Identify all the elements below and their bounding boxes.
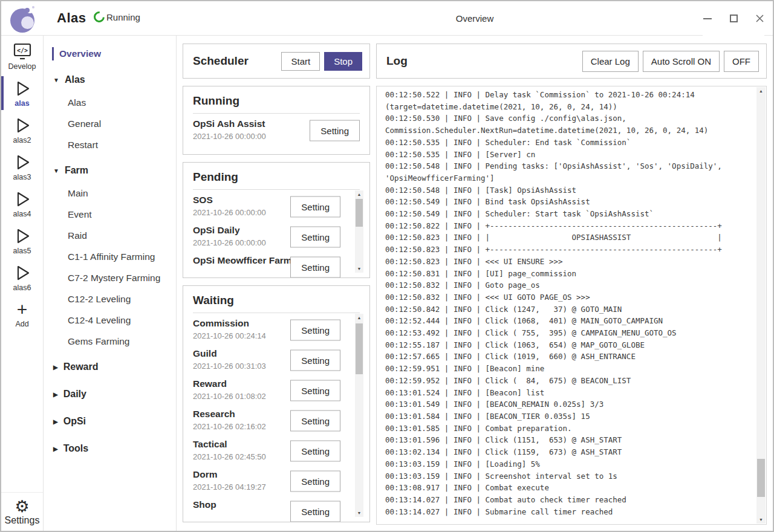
log-line: 00:13:01.596 | INFO | Click (1151, 653) … [385,434,754,446]
task-setting-button[interactable]: Setting [290,320,340,341]
side-nav: Overview ▼AlasAlasGeneralRestart▼FarmMai… [44,36,177,531]
play-icon [13,264,31,282]
nav-item-general[interactable]: General [44,113,176,134]
nav-item-alas[interactable]: Alas [44,92,176,113]
task-setting-button[interactable]: Setting [310,120,360,141]
task-setting-button[interactable]: Setting [290,441,340,462]
pending-scrollbar[interactable]: ▲ ▼ [355,190,363,273]
log-line: 00:13:14.027 | INFO | Submarine call tim… [385,506,754,518]
nav-section-alas[interactable]: ▼Alas [44,68,176,92]
nav-item-c1-1-affinity-farming[interactable]: C1-1 Affinity Farming [44,246,176,267]
waiting-scrollbar[interactable]: ▲ ▼ [355,314,363,517]
task-setting-button[interactable]: Setting [290,227,340,248]
rail-item-label: alas [15,99,29,108]
chevron-down-icon: ▼ [53,77,59,83]
scroll-down-icon[interactable]: ▼ [756,516,766,524]
rail-item-settings[interactable]: ⚙ Settings [1,492,43,531]
log-line: 00:12:50.831 | INFO | [UI] page_commissi… [385,268,754,280]
log-line: 00:12:50.535 | INFO | [Server] cn [385,149,754,161]
maximize-button[interactable] [729,14,738,24]
task-row: OpSi Daily2021-10-26 00:00:00Setting [193,222,342,252]
log-line: 00:12:59.951 | INFO | [Beacon] mine [385,363,754,375]
scroll-up-icon[interactable]: ▲ [756,87,766,95]
rail-item-alas3[interactable]: alas3 [1,149,43,185]
log-line: 00:12:50.832 | INFO | <<< UI GOTO PAGE_O… [385,291,754,303]
task-setting-button[interactable]: Setting [290,380,340,401]
scroll-down-icon[interactable]: ▼ [355,509,363,517]
log-line: 00:12:50.823 | INFO | | OPSIASHASSIST | [385,232,754,244]
waiting-panel: Waiting Commission2021-10-26 00:24:14Set… [183,285,370,522]
scheduler-status: Running [94,11,140,22]
svg-text:</>: </> [16,47,27,54]
task-row: Reward2021-10-26 01:08:02Setting [193,375,342,406]
rail-item-alas[interactable]: alas [1,75,43,111]
nav-item-c7-2-mystery-farming[interactable]: C7-2 Mystery Farming [44,267,176,288]
nav-item-main[interactable]: Main [44,183,176,204]
log-title: Log [386,54,408,68]
nav-section-reward[interactable]: ▶Reward [44,355,176,379]
rail-item-develop[interactable]: </> Develop [1,38,43,74]
nav-section-label: Farm [65,165,88,176]
log-line: 'OpsiMeowfficerFarming'] [385,172,754,184]
task-setting-button[interactable]: Setting [290,257,340,278]
log-line: 00:13:03.159 | INFO | Screenshot interva… [385,470,754,482]
nav-item-c12-4-leveling[interactable]: C12-4 Leveling [44,310,176,331]
nav-section-daily[interactable]: ▶Daily [44,382,176,406]
scroll-down-icon[interactable]: ▼ [355,265,363,273]
nav-section-opsi[interactable]: ▶OpSi [44,409,176,433]
app-window: Alas Running Overview </> Develop [0,0,774,532]
task-row: SOS2021-10-26 00:00:00Setting [193,192,342,222]
log-line: 00:13:14.027 | INFO | Combat auto check … [385,494,754,506]
task-setting-button[interactable]: Setting [290,350,340,371]
log-line: 00:12:55.187 | INFO | Click (1063, 654) … [385,339,754,351]
task-name: OpSi Ash Assist [193,115,314,130]
scheduler-panel: Scheduler Start Stop [183,44,370,79]
rail-item-label: Add [15,320,28,328]
stop-button[interactable]: Stop [324,52,362,71]
task-setting-button[interactable]: Setting [290,501,340,522]
scroll-up-icon[interactable]: ▲ [355,314,363,322]
task-setting-button[interactable]: Setting [290,410,340,432]
nav-item-gems-farming[interactable]: Gems Farming [44,331,176,352]
rail-item-add[interactable]: + Add [1,296,43,332]
task-row: Guild2021-10-26 00:31:03Setting [193,345,342,375]
task-setting-button[interactable]: Setting [290,471,340,492]
running-title: Running [193,94,360,108]
rail-item-label: alas6 [13,284,31,292]
nav-section-farm[interactable]: ▼Farm [44,158,176,183]
scrollbar-thumb[interactable] [356,199,363,227]
nav-item-c12-2-leveling[interactable]: C12-2 Leveling [44,288,176,310]
log-line: 00:12:50.548 | INFO | [Task] OpsiAshAssi… [385,184,754,196]
add-icon: + [17,300,28,319]
log-scrollbar[interactable]: ▲ ▼ [756,87,766,524]
rail-item-label: alas3 [13,173,31,181]
close-button[interactable] [755,14,764,24]
rail-item-alas5[interactable]: alas5 [1,222,43,259]
nav-item-raid[interactable]: Raid [44,225,176,246]
rail-item-alas6[interactable]: alas6 [1,259,43,296]
nav-item-overview[interactable]: Overview [44,43,176,65]
chevron-right-icon: ▶ [53,418,58,425]
log-line: Commission.Scheduler.NextRun=datetime.da… [385,125,754,137]
auto-scroll-on-button[interactable]: Auto Scroll ON [643,51,720,72]
log-line: 00:12:57.665 | INFO | Click (1019, 660) … [385,351,754,363]
auto-scroll-off-button[interactable]: OFF [724,51,759,72]
nav-item-restart[interactable]: Restart [44,134,176,155]
maximize-icon [730,15,738,22]
scroll-up-icon[interactable]: ▲ [355,190,363,198]
scrollbar-thumb[interactable] [356,323,363,374]
nav-section-tools[interactable]: ▶Tools [44,436,176,461]
log-line: (target=datetime.datetime(2021, 10, 26, … [385,101,754,113]
log-line: 00:12:50.548 | INFO | Pending tasks: ['O… [385,160,754,172]
clear-log-button[interactable]: Clear Log [582,51,639,72]
start-button[interactable]: Start [281,52,320,71]
rail-item-alas4[interactable]: alas4 [1,186,43,222]
task-setting-button[interactable]: Setting [290,196,340,218]
minimize-button[interactable] [703,14,712,24]
log-line: 00:12:50.823 | INFO | +-----------------… [385,244,754,256]
nav-section-label: OpSi [63,416,86,427]
rail-item-alas2[interactable]: alas2 [1,112,43,148]
scrollbar-thumb[interactable] [757,459,765,497]
nav-item-event[interactable]: Event [44,204,176,225]
log-line: 00:13:01.585 | INFO | Combat preparation… [385,423,754,435]
